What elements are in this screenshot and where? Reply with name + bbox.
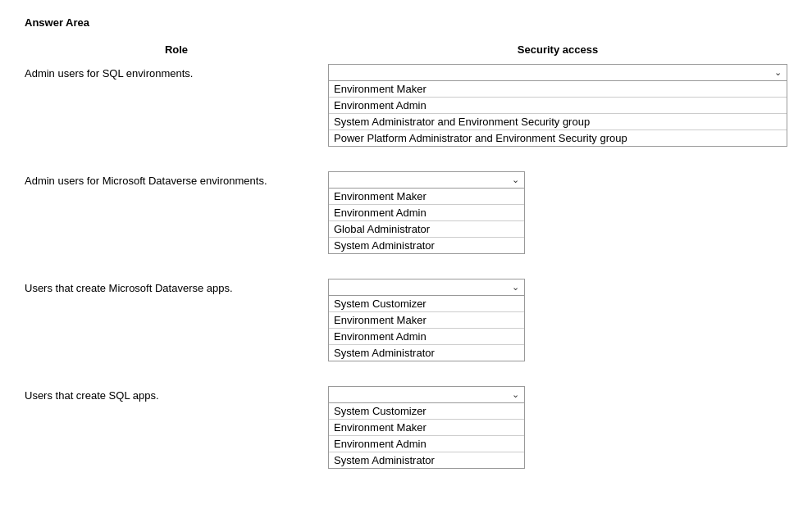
question-row-3: Users that create Microsoft Dataverse ap… xyxy=(25,279,787,361)
dropdown-3[interactable]: ⌄ xyxy=(328,279,525,296)
header-role: Role xyxy=(25,43,328,56)
security-cell-3: ⌄ System Customizer Environment Maker En… xyxy=(328,279,787,361)
dropdown-1[interactable]: ⌄ xyxy=(328,64,787,81)
list-item[interactable]: Environment Admin xyxy=(329,329,524,345)
chevron-down-icon-3: ⌄ xyxy=(512,282,519,293)
question-row-4: Users that create SQL apps. ⌄ System Cus… xyxy=(25,386,787,469)
question-row-2: Admin users for Microsoft Dataverse envi… xyxy=(25,171,787,254)
list-item[interactable]: Global Administrator xyxy=(329,221,524,238)
list-item[interactable]: System Customizer xyxy=(329,296,524,312)
question-row-1: Admin users for SQL environments. ⌄ Envi… xyxy=(25,64,787,147)
security-cell-1: ⌄ Environment Maker Environment Admin Sy… xyxy=(328,64,787,147)
dropdown-4[interactable]: ⌄ xyxy=(328,386,525,403)
list-item[interactable]: Environment Admin xyxy=(329,98,787,114)
chevron-down-icon-1: ⌄ xyxy=(774,67,782,78)
list-item[interactable]: Environment Maker xyxy=(329,420,524,436)
options-list-2: Environment Maker Environment Admin Glob… xyxy=(328,189,525,254)
answer-area-title: Answer Area xyxy=(25,16,787,29)
list-item[interactable]: System Customizer xyxy=(329,403,524,420)
header-security: Security access xyxy=(328,43,787,56)
table-header: Role Security access xyxy=(25,43,787,56)
role-text-4: Users that create SQL apps. xyxy=(25,386,328,402)
list-item[interactable]: Environment Admin xyxy=(329,436,524,452)
list-item[interactable]: System Administrator xyxy=(329,238,524,253)
list-item[interactable]: Environment Maker xyxy=(329,81,787,98)
role-text-2: Admin users for Microsoft Dataverse envi… xyxy=(25,171,328,187)
security-cell-2: ⌄ Environment Maker Environment Admin Gl… xyxy=(328,171,787,254)
options-list-1: Environment Maker Environment Admin Syst… xyxy=(328,81,787,147)
list-item[interactable]: Environment Maker xyxy=(329,312,524,329)
role-text-1: Admin users for SQL environments. xyxy=(25,64,328,80)
role-text-3: Users that create Microsoft Dataverse ap… xyxy=(25,279,328,294)
list-item[interactable]: System Administrator xyxy=(329,452,524,468)
list-item[interactable]: Environment Admin xyxy=(329,205,524,221)
chevron-down-icon-2: ⌄ xyxy=(512,175,519,185)
list-item[interactable]: Power Platform Administrator and Environ… xyxy=(329,130,787,146)
options-list-3: System Customizer Environment Maker Envi… xyxy=(328,296,525,361)
list-item[interactable]: System Administrator and Environment Sec… xyxy=(329,114,787,130)
list-item[interactable]: System Administrator xyxy=(329,345,524,361)
dropdown-2[interactable]: ⌄ xyxy=(328,171,525,189)
options-list-4: System Customizer Environment Maker Envi… xyxy=(328,403,525,469)
chevron-down-icon-4: ⌄ xyxy=(512,389,519,400)
list-item[interactable]: Environment Maker xyxy=(329,189,524,205)
answer-table: Role Security access Admin users for SQL… xyxy=(25,43,787,469)
security-cell-4: ⌄ System Customizer Environment Maker En… xyxy=(328,386,787,469)
